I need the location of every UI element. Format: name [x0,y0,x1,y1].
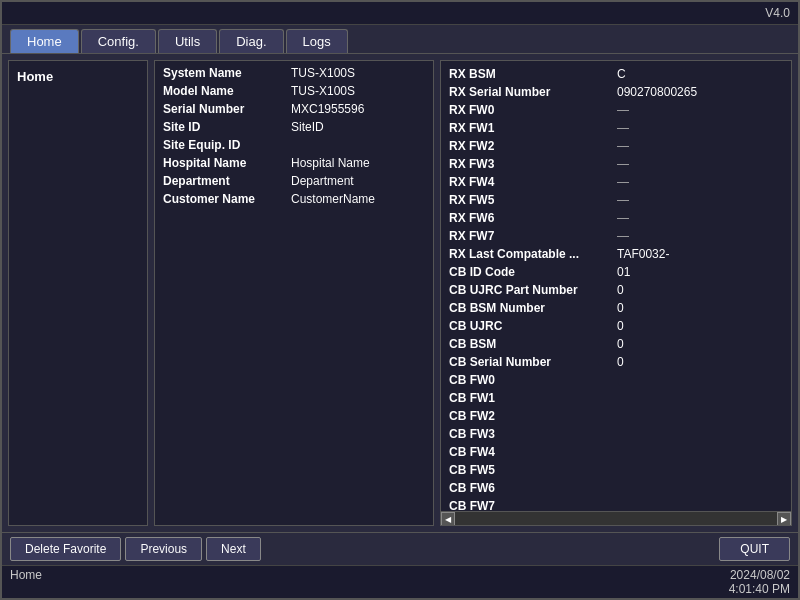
rx-row-fw6: RX FW6 — [449,209,783,227]
tab-utils[interactable]: Utils [158,29,217,53]
quit-button[interactable]: QUIT [719,537,790,561]
rx-row-cb-bsm-num: CB BSM Number 0 [449,299,783,317]
rx-row-fw4: RX FW4 — [449,173,783,191]
left-panel: System Name TUS-X100S Model Name TUS-X10… [154,60,434,526]
status-right: 2024/08/02 4:01:40 PM [729,568,790,596]
rx-row-cb-fw2: CB FW2 [449,407,783,425]
tab-bar: Home Config. Utils Diag. Logs [2,25,798,54]
rx-row-fw3: RX FW3 — [449,155,783,173]
info-row-site-equip-id: Site Equip. ID [163,137,425,153]
top-bar: V4.0 [2,2,798,25]
bottom-bar: Delete Favorite Previous Next QUIT [2,532,798,565]
right-panel: RX BSM C RX Serial Number 090270800265 R… [440,60,792,526]
rx-row-cb-fw6: CB FW6 [449,479,783,497]
scroll-right-btn[interactable]: ▶ [777,512,791,526]
rx-row-cb-fw5: CB FW5 [449,461,783,479]
rx-row-cb-serial: CB Serial Number 0 [449,353,783,371]
rx-row-cb-fw3: CB FW3 [449,425,783,443]
rx-row-cb-fw0: CB FW0 [449,371,783,389]
info-row-customer-name: Customer Name CustomerName [163,191,425,207]
tab-logs[interactable]: Logs [286,29,348,53]
scroll-left-btn[interactable]: ◀ [441,512,455,526]
delete-favorite-button[interactable]: Delete Favorite [10,537,121,561]
rx-row-bsm: RX BSM C [449,65,783,83]
tab-config[interactable]: Config. [81,29,156,53]
rx-row-fw5: RX FW5 — [449,191,783,209]
rx-row-cb-ujrc-part: CB UJRC Part Number 0 [449,281,783,299]
previous-button[interactable]: Previous [125,537,202,561]
main-window: V4.0 Home Config. Utils Diag. Logs Home [0,0,800,600]
next-button[interactable]: Next [206,537,261,561]
rx-row-cb-ujrc: CB UJRC 0 [449,317,783,335]
rx-row-fw0: RX FW0 — [449,101,783,119]
rx-row-fw7: RX FW7 — [449,227,783,245]
rx-row-last-compat: RX Last Compatable ... TAF0032- [449,245,783,263]
info-row-model-name: Model Name TUS-X100S [163,83,425,99]
content-area: System Name TUS-X100S Model Name TUS-X10… [154,60,792,526]
rx-row-fw1: RX FW1 — [449,119,783,137]
info-row-system-name: System Name TUS-X100S [163,65,425,81]
info-row-hospital-name: Hospital Name Hospital Name [163,155,425,171]
info-row-serial-number: Serial Number MXC1955596 [163,101,425,117]
rx-row-fw2: RX FW2 — [449,137,783,155]
main-content: Home System Name TUS-X100S Model Name TU… [2,54,798,532]
rx-row-cb-fw7: CB FW7 [449,497,783,511]
info-row-department: Department Department [163,173,425,189]
rx-row-cb-fw4: CB FW4 [449,443,783,461]
tab-home[interactable]: Home [10,29,79,53]
tab-diag[interactable]: Diag. [219,29,283,53]
rx-row-cb-bsm: CB BSM 0 [449,335,783,353]
sidebar-home-label: Home [13,65,143,88]
scroll-track-h[interactable] [455,512,777,525]
status-left: Home [10,568,42,596]
rx-row-cb-fw1: CB FW1 [449,389,783,407]
status-bar: Home 2024/08/02 4:01:40 PM [2,565,798,598]
version-label: V4.0 [765,6,790,20]
rx-row-cb-id: CB ID Code 01 [449,263,783,281]
rx-row-serial: RX Serial Number 090270800265 [449,83,783,101]
right-panel-scroll[interactable]: RX BSM C RX Serial Number 090270800265 R… [441,61,791,511]
info-row-site-id: Site ID SiteID [163,119,425,135]
bottom-left-buttons: Delete Favorite Previous Next [10,537,261,561]
sidebar: Home [8,60,148,526]
horizontal-scrollbar[interactable]: ◀ ▶ [441,511,791,525]
